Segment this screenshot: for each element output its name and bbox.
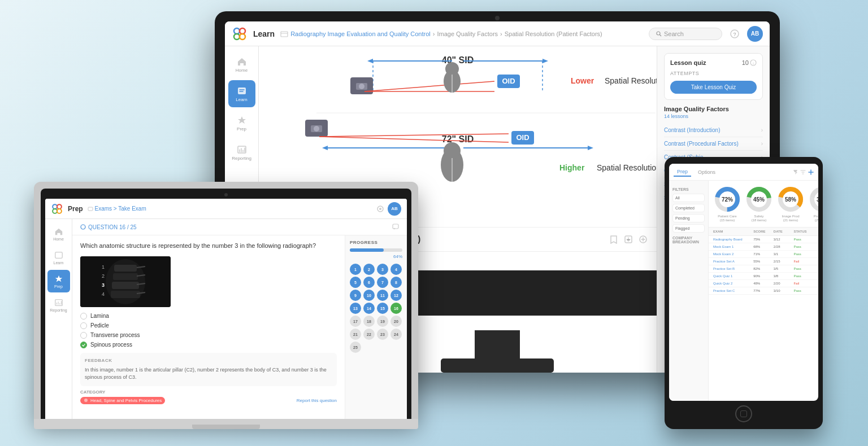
lesson-item-2-label: Contrast (Procedural Factors) <box>664 141 739 147</box>
xray-image: 1 2 3 4 <box>80 256 171 307</box>
radio-pedicle[interactable] <box>80 322 87 329</box>
tablet-home-button-inner <box>740 410 747 417</box>
progress-cell-14[interactable]: 14 <box>363 303 375 314</box>
report-link[interactable]: Report this question <box>297 398 337 403</box>
sidebar-item-reporting[interactable]: Reporting <box>228 139 255 166</box>
section-subtitle: 14 lessons <box>664 113 763 119</box>
donut-safety-label: Safety(18 items) <box>752 215 767 222</box>
progress-cell-20[interactable]: 20 <box>390 316 402 327</box>
progress-cell-22[interactable]: 22 <box>363 329 375 340</box>
feedback-text: In this image, number 1 is the articular… <box>85 366 332 382</box>
laptop-camera <box>224 193 228 196</box>
laptop: Prep Exams > Take Exam AB <box>34 182 418 429</box>
progress-cell-19[interactable]: 19 <box>377 316 388 327</box>
svg-line-39 <box>319 134 509 137</box>
progress-cell-11[interactable]: 11 <box>377 290 388 301</box>
take-quiz-button[interactable]: Take Lesson Quiz <box>670 81 757 94</box>
tablet-tab-prep[interactable]: Prep <box>674 168 691 177</box>
donut-procedures: 30% Procedures(25 items) <box>808 185 818 222</box>
progress-bar-fill <box>350 248 384 252</box>
progress-cell-24[interactable]: 24 <box>390 329 402 340</box>
radio-spinous[interactable] <box>80 342 87 348</box>
filter-all[interactable]: All <box>672 194 705 202</box>
progress-cell-15[interactable]: 15 <box>377 303 388 314</box>
svg-text:30%: 30% <box>817 196 818 203</box>
radio-lamina[interactable] <box>80 313 87 320</box>
tablet-table: EXAM SCORE DATE STATUS Radiography Board… <box>709 228 818 401</box>
answer-spinous[interactable]: Spinous process <box>80 342 337 348</box>
share-icon[interactable] <box>639 235 648 244</box>
sidebar-item-prep[interactable]: Prep <box>228 110 255 137</box>
progress-cell-25[interactable]: 25 <box>350 342 361 353</box>
monitor-search[interactable]: Search <box>649 28 722 40</box>
laptop-sidebar-prep[interactable]: Prep <box>47 270 70 292</box>
chevron-icon: › <box>761 141 763 147</box>
svg-rect-67 <box>111 291 140 298</box>
progress-bar-container <box>350 248 402 252</box>
breadcrumb-section: Image Quality Factors <box>437 30 498 37</box>
sidebar-item-learn[interactable]: Learn <box>228 80 255 107</box>
laptop-sidebar-learn[interactable]: Learn <box>47 246 70 269</box>
col-score: SCORE <box>753 230 774 233</box>
progress-cell-6[interactable]: 6 <box>363 277 375 288</box>
svg-point-36 <box>314 126 319 132</box>
help-icon[interactable]: ? <box>728 27 741 41</box>
user-avatar[interactable]: AB <box>747 26 763 42</box>
answer-transverse[interactable]: Transverse process <box>80 332 337 339</box>
laptop-avatar[interactable]: AB <box>388 202 401 216</box>
progress-cell-23[interactable]: 23 <box>377 329 388 340</box>
donut-safety: 45% Safety(18 items) <box>745 185 773 222</box>
bookmark-icon[interactable] <box>609 235 618 244</box>
svg-point-60 <box>81 225 85 229</box>
progress-cell-13[interactable]: 13 <box>350 303 361 314</box>
lesson-item-1[interactable]: Contrast (Introduction) › <box>664 124 763 137</box>
quiz-header: Lesson quiz 10 i <box>670 59 757 66</box>
radio-transverse[interactable] <box>80 332 87 339</box>
settings-icon[interactable] <box>376 205 384 213</box>
progress-cell-2[interactable]: 2 <box>363 264 375 275</box>
download-icon[interactable] <box>624 235 633 244</box>
answer-choices: Lamina Pedicle Transverse process <box>80 313 337 348</box>
svg-point-53 <box>53 209 57 213</box>
lesson-item-1-label: Contrast (Introduction) <box>664 127 721 133</box>
progress-cell-5[interactable]: 5 <box>350 277 361 288</box>
comment-icon[interactable] <box>392 224 399 230</box>
svg-point-42 <box>444 142 461 159</box>
progress-cell-17[interactable]: 17 <box>350 316 361 327</box>
laptop-sidebar-reporting[interactable]: Reporting <box>47 294 70 316</box>
svg-marker-13 <box>367 59 373 63</box>
svg-text:Spatial Resolution: Spatial Resolution <box>597 163 657 172</box>
progress-cell-10[interactable]: 10 <box>363 290 375 301</box>
breadcrumb-course[interactable]: Radiography Image Evaluation and Quality… <box>290 30 431 37</box>
breadcrumb-lesson: Spatial Resolution (Patient Factors) <box>505 30 602 37</box>
tablet-add-icon[interactable] <box>808 169 814 175</box>
lesson-item-2[interactable]: Contrast (Procedural Factors) › <box>664 137 763 151</box>
progress-cell-16[interactable]: 16 <box>390 303 402 314</box>
filter-pending[interactable]: Pending <box>672 214 705 222</box>
quiz-count: 10 <box>742 59 749 66</box>
progress-cell-7[interactable]: 7 <box>377 277 388 288</box>
progress-cell-8[interactable]: 8 <box>390 277 402 288</box>
svg-point-0 <box>234 28 240 34</box>
tablet-filter-icon[interactable] <box>800 169 806 175</box>
filter-completed[interactable]: Completed <box>672 204 705 212</box>
question-number: QUESTION 16 / 25 <box>80 224 137 230</box>
tablet-tab-options[interactable]: Options <box>695 168 719 176</box>
tablet-home-button[interactable] <box>735 405 752 422</box>
svg-text:4: 4 <box>102 291 105 297</box>
answer-pedicle[interactable]: Pedicle <box>80 322 337 329</box>
laptop-sidebar-home[interactable]: Home <box>47 222 70 245</box>
progress-cell-9[interactable]: 9 <box>350 290 361 301</box>
laptop-topbar-icons: AB <box>376 202 401 216</box>
progress-cell-18[interactable]: 18 <box>363 316 375 327</box>
progress-cell-1[interactable]: 1 <box>350 264 361 275</box>
progress-cell-21[interactable]: 21 <box>350 329 361 340</box>
progress-cell-4[interactable]: 4 <box>390 264 402 275</box>
answer-lamina[interactable]: Lamina <box>80 313 337 320</box>
filter-flagged[interactable]: Flagged <box>672 224 705 233</box>
progress-cell-3[interactable]: 3 <box>377 264 388 275</box>
tablet-flag-icon[interactable] <box>792 169 798 175</box>
category-section: CATEGORY Head, Spine and Pelvis Procedur… <box>80 390 337 404</box>
progress-cell-12[interactable]: 12 <box>390 290 402 301</box>
sidebar-item-home[interactable]: Home <box>228 51 255 78</box>
